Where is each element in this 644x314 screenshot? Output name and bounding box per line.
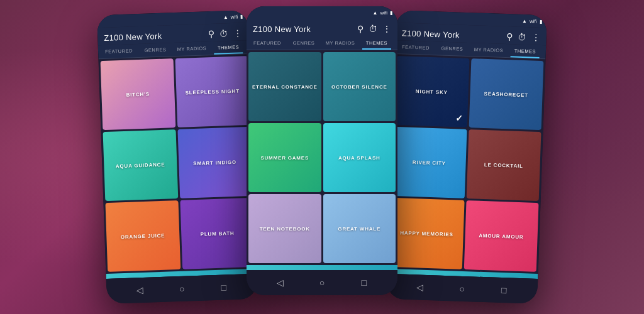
- home-button[interactable]: ○: [457, 284, 467, 295]
- theme-label-le-cocktail: LE COCKTAIL: [482, 159, 526, 171]
- theme-card-october-silence[interactable]: OCTOBER SILENCE: [323, 52, 396, 121]
- tab-genres[interactable]: GENRES: [286, 36, 322, 50]
- wifi-icon: wifi: [231, 14, 238, 19]
- theme-card-sleepless-night[interactable]: SLEEPLESS NIGHT: [175, 56, 250, 127]
- theme-label-teen-notebook: TEEN NOTEBOOK: [257, 224, 313, 234]
- phone-1: ▲ wifi ▮ Z100 New York⚲⏱⋮FEATUREDGENRESM…: [97, 10, 258, 304]
- signal-icon: ▲: [522, 18, 527, 23]
- theme-label-seashoreget: SEASHOREGET: [481, 88, 531, 100]
- tab-featured[interactable]: FEATURED: [101, 44, 138, 58]
- phone-screen: ▲ wifi ▮ Z100 New York⚲⏱⋮FEATUREDGENRESM…: [97, 10, 257, 279]
- battery-icon: ▮: [539, 18, 541, 24]
- themes-grid: NIGHT SKY✓SEASHOREGETRIVER CITYLE COCKTA…: [387, 54, 546, 274]
- tab-my-radios[interactable]: MY RADIOS: [470, 43, 508, 57]
- back-button[interactable]: ◁: [275, 278, 285, 288]
- theme-card-river-city[interactable]: RIVER CITY: [392, 127, 467, 198]
- app-header: Z100 New York⚲⏱⋮: [247, 19, 397, 36]
- theme-card-summer-games[interactable]: SUMMER GAMES: [248, 123, 321, 192]
- battery-icon: ▮: [240, 14, 243, 19]
- theme-label-night-sky: NIGHT SKY: [413, 85, 450, 97]
- theme-card-night-sky[interactable]: NIGHT SKY✓: [394, 56, 469, 127]
- theme-card-seashoreget[interactable]: SEASHOREGET: [469, 58, 543, 130]
- back-button[interactable]: ◁: [135, 285, 145, 296]
- more-icon[interactable]: ⋮: [382, 24, 391, 34]
- search-icon[interactable]: ⚲: [506, 31, 513, 41]
- theme-label-happy-memories: HAPPY MEMORIES: [397, 227, 456, 240]
- theme-card-aqua-splash[interactable]: AQUA SPLASH: [323, 123, 396, 192]
- theme-label-aqua-guidance: AQUA GUIDANCE: [113, 159, 168, 171]
- theme-label-orange-juice: ORANGE JUICE: [118, 230, 168, 242]
- alarm-icon[interactable]: ⏱: [517, 32, 526, 42]
- tab-genres[interactable]: GENRES: [434, 41, 471, 56]
- tab-featured[interactable]: FEATURED: [397, 40, 435, 55]
- theme-card-aqua-guidance[interactable]: AQUA GUIDANCE: [103, 129, 178, 201]
- more-icon[interactable]: ⋮: [531, 32, 540, 42]
- tab-genres[interactable]: GENRES: [137, 43, 174, 57]
- home-button[interactable]: ○: [317, 278, 327, 288]
- phone-3: ▲ wifi ▮ Z100 New York⚲⏱⋮FEATUREDGENRESM…: [386, 10, 547, 304]
- search-icon[interactable]: ⚲: [208, 29, 215, 39]
- theme-label-great-whale: GREAT WHALE: [335, 224, 383, 234]
- phone-nav-bar: ◁○□: [247, 270, 397, 295]
- home-button[interactable]: ○: [177, 284, 187, 295]
- theme-label-plum-bath: PLUM BATH: [197, 227, 236, 239]
- themes-grid: ETERNAL CONSTANCEOCTOBER SILENCESUMMER G…: [247, 50, 397, 265]
- phone-2: ▲ wifi ▮ Z100 New York⚲⏱⋮FEATUREDGENRESM…: [247, 6, 397, 295]
- theme-label-october-silence: OCTOBER SILENCE: [329, 82, 390, 92]
- status-bar: ▲ wifi ▮: [247, 6, 397, 19]
- battery-icon: ▮: [390, 10, 392, 16]
- tab-themes[interactable]: THEMES: [210, 40, 247, 55]
- recents-button[interactable]: □: [359, 278, 369, 288]
- theme-label-bitchs: BITCH'S: [123, 89, 152, 100]
- wifi-icon: wifi: [380, 10, 387, 16]
- theme-card-teen-notebook[interactable]: TEEN NOTEBOOK: [248, 194, 321, 263]
- selected-checkmark: ✓: [455, 113, 464, 123]
- phone-screen: ▲ wifi ▮ Z100 New York⚲⏱⋮FEATUREDGENRESM…: [247, 6, 397, 270]
- tab-themes[interactable]: THEMES: [358, 36, 395, 50]
- app-title: Z100 New York: [104, 31, 162, 42]
- theme-label-smart-indigo: SMART INDIGO: [191, 156, 239, 169]
- phone-nav-bar: ◁○□: [106, 274, 258, 304]
- theme-card-orange-juice[interactable]: ORANGE JUICE: [105, 200, 180, 272]
- theme-card-amour-amour[interactable]: AMOUR AMOUR: [464, 200, 538, 272]
- alarm-icon[interactable]: ⏱: [369, 24, 377, 34]
- phone-nav-bar: ◁○□: [386, 274, 538, 304]
- phone-screen: ▲ wifi ▮ Z100 New York⚲⏱⋮FEATUREDGENRESM…: [387, 10, 547, 279]
- theme-card-happy-memories[interactable]: HAPPY MEMORIES: [389, 198, 464, 269]
- recents-button[interactable]: □: [219, 282, 230, 293]
- theme-card-smart-indigo[interactable]: SMART INDIGO: [177, 127, 252, 198]
- header-icons: ⚲⏱⋮: [208, 28, 243, 39]
- themes-grid: BITCH'SSLEEPLESS NIGHTAQUA GUIDANCESMART…: [98, 54, 257, 274]
- theme-label-summer-games: SUMMER GAMES: [258, 153, 311, 163]
- recents-button[interactable]: □: [499, 285, 509, 296]
- theme-label-eternal-constance: ETERNAL CONSTANCE: [250, 82, 320, 92]
- app-title: Z100 New York: [402, 28, 460, 40]
- tab-featured[interactable]: FEATURED: [249, 36, 286, 50]
- tab-my-radios[interactable]: MY RADIOS: [322, 36, 358, 50]
- header-icons: ⚲⏱⋮: [357, 24, 391, 34]
- tab-my-radios[interactable]: MY RADIOS: [174, 41, 211, 56]
- more-icon[interactable]: ⋮: [233, 28, 243, 38]
- theme-label-river-city: RIVER CITY: [410, 156, 448, 168]
- phones-container: ▲ wifi ▮ Z100 New York⚲⏱⋮FEATUREDGENRESM…: [0, 0, 644, 314]
- theme-card-great-whale[interactable]: GREAT WHALE: [323, 194, 396, 263]
- signal-icon: ▲: [373, 10, 378, 16]
- signal-icon: ▲: [223, 14, 228, 20]
- theme-bottom-bar: [247, 265, 397, 270]
- theme-label-aqua-splash: AQUA SPLASH: [336, 153, 383, 163]
- back-button[interactable]: ◁: [415, 282, 426, 293]
- theme-card-bitchs[interactable]: BITCH'S: [101, 58, 175, 130]
- wifi-icon: wifi: [530, 18, 537, 24]
- alarm-icon[interactable]: ⏱: [219, 28, 229, 38]
- nav-tabs: FEATUREDGENRESMY RADIOSTHEMES: [247, 36, 397, 50]
- tab-themes[interactable]: THEMES: [507, 44, 544, 58]
- theme-card-plum-bath[interactable]: PLUM BATH: [180, 198, 255, 269]
- theme-card-eternal-constance[interactable]: ETERNAL CONSTANCE: [248, 52, 321, 121]
- theme-label-amour-amour: AMOUR AMOUR: [476, 230, 526, 242]
- theme-label-sleepless-night: SLEEPLESS NIGHT: [182, 85, 242, 98]
- header-icons: ⚲⏱⋮: [506, 31, 540, 43]
- search-icon[interactable]: ⚲: [357, 24, 364, 34]
- theme-card-le-cocktail[interactable]: LE COCKTAIL: [466, 129, 541, 201]
- app-title: Z100 New York: [253, 24, 311, 34]
